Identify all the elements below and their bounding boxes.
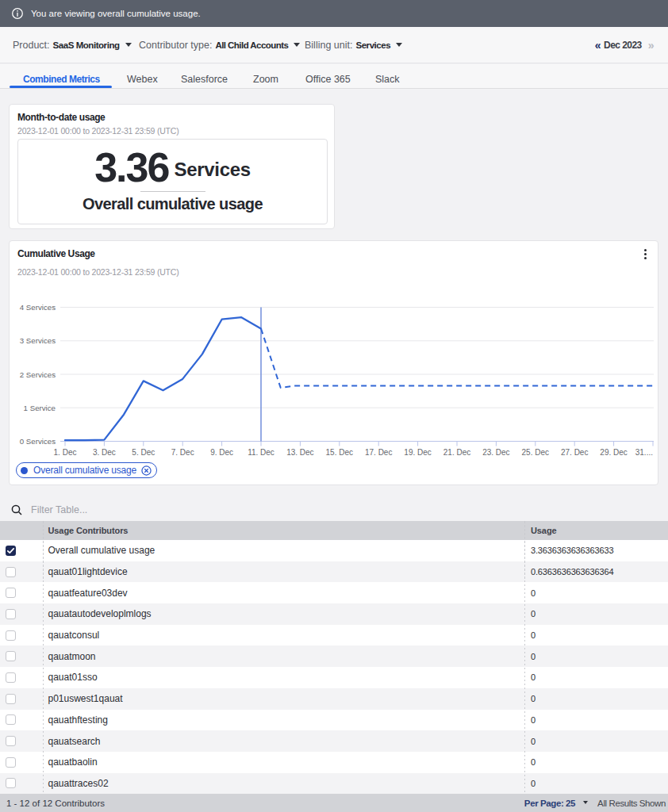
svg-text:17. Dec: 17. Dec — [365, 448, 392, 457]
svg-text:2 Services: 2 Services — [20, 370, 56, 379]
svg-text:25. Dec: 25. Dec — [522, 448, 549, 457]
svg-text:4 Services: 4 Services — [20, 303, 56, 312]
svg-text:11. Dec: 11. Dec — [248, 448, 274, 457]
svg-text:21. Dec: 21. Dec — [443, 448, 470, 457]
svg-text:9. Dec: 9. Dec — [210, 448, 233, 457]
svg-text:0 Services: 0 Services — [20, 437, 56, 446]
svg-text:15. Dec: 15. Dec — [326, 448, 353, 457]
svg-text:1 Service: 1 Service — [24, 404, 56, 412]
svg-text:31....: 31.... — [635, 448, 653, 457]
svg-text:5. Dec: 5. Dec — [132, 448, 155, 457]
svg-text:3. Dec: 3. Dec — [93, 448, 116, 457]
svg-text:27. Dec: 27. Dec — [561, 448, 588, 457]
svg-text:1. Dec: 1. Dec — [54, 448, 77, 457]
svg-text:29. Dec: 29. Dec — [600, 448, 627, 457]
svg-text:13. Dec: 13. Dec — [286, 448, 313, 457]
svg-text:19. Dec: 19. Dec — [404, 448, 431, 457]
svg-text:23. Dec: 23. Dec — [482, 448, 509, 457]
svg-text:7. Dec: 7. Dec — [171, 448, 194, 457]
svg-text:3 Services: 3 Services — [20, 336, 56, 345]
